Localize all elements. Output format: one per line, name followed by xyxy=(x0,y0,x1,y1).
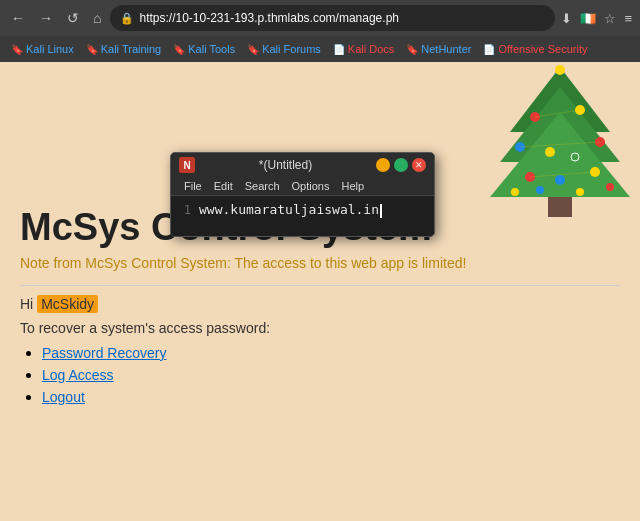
editor-line: 1 www.kumaratuljaiswal.in xyxy=(171,200,434,220)
editor-menubar: File Edit Search Options Help xyxy=(171,177,434,196)
password-recovery-link[interactable]: Password Recovery xyxy=(42,345,167,361)
page-content: N *(Untitled) ✕ File Edit Search Options… xyxy=(0,62,640,521)
back-button[interactable]: ← xyxy=(6,8,30,28)
forward-button[interactable]: → xyxy=(34,8,58,28)
editor-title: *(Untitled) xyxy=(195,158,376,172)
greeting-text: Hi McSkidy xyxy=(20,296,620,312)
browser-chrome: ← → ↺ ⌂ 🔒 https://10-10-231-193.p.thmlab… xyxy=(0,0,640,62)
menu-options[interactable]: Options xyxy=(287,179,335,193)
minimize-button[interactable] xyxy=(376,158,390,172)
bookmark-kali-training[interactable]: 🔖 Kali Training xyxy=(81,41,167,57)
svg-rect-3 xyxy=(548,197,572,217)
bookmark-nethunter[interactable]: 🔖 NetHunter xyxy=(401,41,476,57)
log-access-link[interactable]: Log Access xyxy=(42,367,114,383)
line-text: www.kumaratuljaiswal.in xyxy=(199,202,382,218)
list-item-logout: Logout xyxy=(42,388,620,406)
svg-point-14 xyxy=(511,188,519,196)
kali-tools-icon: 🔖 xyxy=(173,44,185,55)
nav-icons: ⬇ 🇮🇪 ☆ ≡ xyxy=(559,9,634,28)
offensive-security-icon: 📄 xyxy=(483,44,495,55)
bookmark-kali-docs[interactable]: 📄 Kali Docs xyxy=(328,41,399,57)
refresh-button[interactable]: ↺ xyxy=(62,8,84,28)
star-icon[interactable]: ☆ xyxy=(602,9,618,28)
menu-file[interactable]: File xyxy=(179,179,207,193)
flag-icon[interactable]: 🇮🇪 xyxy=(578,9,598,28)
page-links: Password Recovery Log Access Logout xyxy=(20,344,620,406)
editor-content[interactable]: 1 www.kumaratuljaiswal.in xyxy=(171,196,434,236)
bookmark-label: Kali Docs xyxy=(348,43,394,55)
editor-titlebar: N *(Untitled) ✕ xyxy=(171,153,434,177)
bookmarks-bar: 🔖 Kali Linux 🔖 Kali Training 🔖 Kali Tool… xyxy=(0,36,640,62)
bookmark-offensive-security[interactable]: 📄 Offensive Security xyxy=(478,41,592,57)
logout-link[interactable]: Logout xyxy=(42,389,85,405)
bookmark-label: Kali Tools xyxy=(188,43,235,55)
menu-edit[interactable]: Edit xyxy=(209,179,238,193)
menu-help[interactable]: Help xyxy=(336,179,369,193)
editor-app-icon: N xyxy=(179,157,195,173)
home-button[interactable]: ⌂ xyxy=(88,8,106,28)
bookmark-label: NetHunter xyxy=(421,43,471,55)
kali-training-icon: 🔖 xyxy=(86,44,98,55)
svg-point-10 xyxy=(571,153,579,161)
editor-window-buttons: ✕ xyxy=(376,158,426,172)
bookmark-kali-linux[interactable]: 🔖 Kali Linux xyxy=(6,41,79,57)
nethunter-icon: 🔖 xyxy=(406,44,418,55)
menu-icon[interactable]: ≡ xyxy=(622,9,634,28)
svg-point-16 xyxy=(536,186,544,194)
page-divider xyxy=(20,285,620,286)
kali-docs-icon: 📄 xyxy=(333,44,345,55)
svg-point-13 xyxy=(555,175,565,185)
bookmark-label: Kali Linux xyxy=(26,43,74,55)
bookmark-kali-tools[interactable]: 🔖 Kali Tools xyxy=(168,41,240,57)
nav-bar: ← → ↺ ⌂ 🔒 https://10-10-231-193.p.thmlab… xyxy=(0,0,640,36)
address-bar[interactable]: 🔒 https://10-10-231-193.p.thmlabs.com/ma… xyxy=(110,5,555,31)
christmas-tree xyxy=(480,62,640,222)
username-highlight: McSkidy xyxy=(37,295,98,313)
svg-point-9 xyxy=(545,147,555,157)
svg-point-4 xyxy=(555,65,565,75)
address-text: https://10-10-231-193.p.thmlabs.com/mana… xyxy=(139,11,545,25)
bookmark-label: Kali Training xyxy=(101,43,162,55)
svg-point-17 xyxy=(576,188,584,196)
close-button[interactable]: ✕ xyxy=(412,158,426,172)
line-number: 1 xyxy=(175,203,191,217)
bookmark-label: Kali Forums xyxy=(262,43,321,55)
recover-paragraph: To recover a system's access password: xyxy=(20,320,620,336)
editor-window: N *(Untitled) ✕ File Edit Search Options… xyxy=(170,152,435,237)
menu-search[interactable]: Search xyxy=(240,179,285,193)
page-note: Note from McSys Control System: The acce… xyxy=(20,255,620,271)
maximize-button[interactable] xyxy=(394,158,408,172)
kali-forums-icon: 🔖 xyxy=(247,44,259,55)
svg-point-15 xyxy=(606,183,614,191)
download-icon[interactable]: ⬇ xyxy=(559,9,574,28)
lock-icon: 🔒 xyxy=(120,12,134,25)
list-item-log-access: Log Access xyxy=(42,366,620,384)
list-item-password-recovery: Password Recovery xyxy=(42,344,620,362)
bookmark-kali-forums[interactable]: 🔖 Kali Forums xyxy=(242,41,326,57)
bookmark-label: Offensive Security xyxy=(498,43,587,55)
kali-linux-icon: 🔖 xyxy=(11,44,23,55)
